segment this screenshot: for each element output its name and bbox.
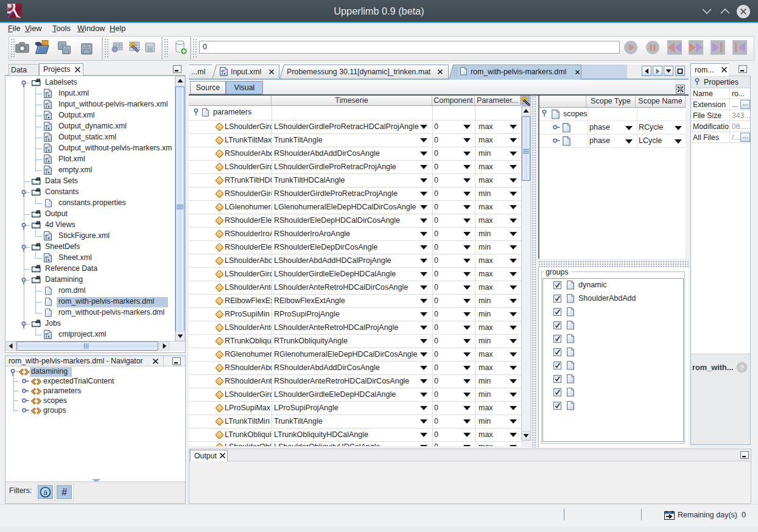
svg-text:#: # bbox=[61, 487, 67, 497]
svg-text:?: ? bbox=[740, 364, 744, 371]
svg-text:a: a bbox=[43, 488, 47, 497]
